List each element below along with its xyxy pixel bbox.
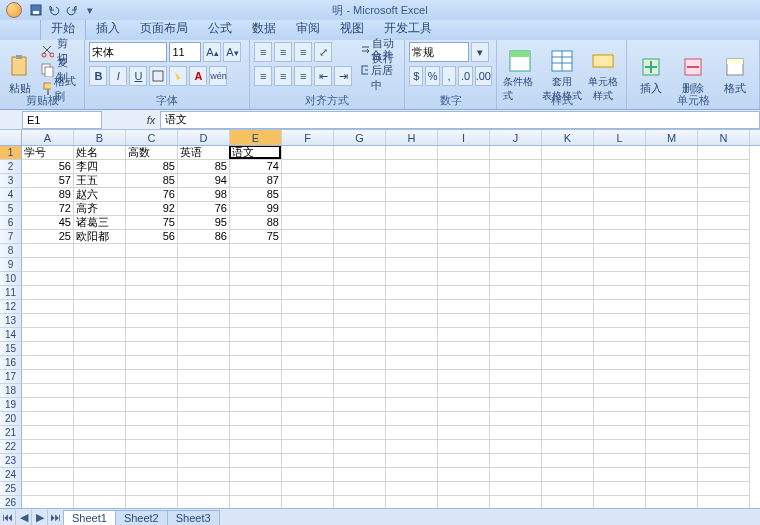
- row-header[interactable]: 16: [0, 356, 22, 370]
- cell[interactable]: [178, 426, 230, 440]
- cell[interactable]: [334, 356, 386, 370]
- cell[interactable]: [334, 230, 386, 244]
- cell[interactable]: [282, 398, 334, 412]
- cell[interactable]: [282, 216, 334, 230]
- cell[interactable]: [542, 454, 594, 468]
- cell[interactable]: [698, 356, 750, 370]
- cell[interactable]: [646, 342, 698, 356]
- cell[interactable]: [646, 174, 698, 188]
- column-header-F[interactable]: F: [282, 130, 334, 145]
- cell[interactable]: [334, 188, 386, 202]
- cell[interactable]: [698, 314, 750, 328]
- cell[interactable]: 95: [178, 216, 230, 230]
- cell[interactable]: [178, 328, 230, 342]
- row-header[interactable]: 11: [0, 286, 22, 300]
- cell[interactable]: [542, 426, 594, 440]
- column-header-B[interactable]: B: [74, 130, 126, 145]
- column-header-K[interactable]: K: [542, 130, 594, 145]
- cell[interactable]: [646, 160, 698, 174]
- fx-icon[interactable]: fx: [142, 114, 160, 126]
- cell[interactable]: [126, 342, 178, 356]
- cell[interactable]: [594, 258, 646, 272]
- phonetic-button[interactable]: wén: [209, 66, 227, 86]
- cell[interactable]: [438, 426, 490, 440]
- formula-input[interactable]: [160, 111, 760, 129]
- cell[interactable]: [22, 370, 74, 384]
- cell[interactable]: 57: [22, 174, 74, 188]
- cell[interactable]: [282, 160, 334, 174]
- cell[interactable]: [126, 384, 178, 398]
- cell[interactable]: [126, 468, 178, 482]
- cell[interactable]: [334, 440, 386, 454]
- cell[interactable]: [542, 202, 594, 216]
- cell[interactable]: [594, 468, 646, 482]
- cell[interactable]: 欧阳都: [74, 230, 126, 244]
- cell[interactable]: [282, 146, 334, 160]
- cell[interactable]: [74, 412, 126, 426]
- cell[interactable]: [334, 468, 386, 482]
- cell[interactable]: [542, 146, 594, 160]
- cell[interactable]: [594, 426, 646, 440]
- cell[interactable]: [282, 300, 334, 314]
- cell[interactable]: 76: [178, 202, 230, 216]
- row-header[interactable]: 21: [0, 426, 22, 440]
- cell[interactable]: [490, 174, 542, 188]
- cell[interactable]: [230, 454, 282, 468]
- cell[interactable]: [438, 468, 490, 482]
- comma-button[interactable]: ,: [442, 66, 456, 86]
- cell[interactable]: [22, 398, 74, 412]
- cell[interactable]: [594, 356, 646, 370]
- cell[interactable]: [334, 160, 386, 174]
- cell[interactable]: [594, 370, 646, 384]
- cell[interactable]: [178, 272, 230, 286]
- cell[interactable]: [594, 398, 646, 412]
- cell[interactable]: [646, 440, 698, 454]
- cell[interactable]: [438, 356, 490, 370]
- cell[interactable]: [438, 244, 490, 258]
- row-header[interactable]: 26: [0, 496, 22, 508]
- qat-more-icon[interactable]: ▾: [82, 2, 98, 18]
- cell[interactable]: [334, 496, 386, 508]
- cell[interactable]: [230, 258, 282, 272]
- cell[interactable]: 56: [22, 160, 74, 174]
- row-header[interactable]: 5: [0, 202, 22, 216]
- cell[interactable]: 75: [230, 230, 282, 244]
- cell[interactable]: [74, 426, 126, 440]
- cell[interactable]: [22, 300, 74, 314]
- column-header-A[interactable]: A: [22, 130, 74, 145]
- cell[interactable]: [698, 286, 750, 300]
- cell[interactable]: [282, 230, 334, 244]
- column-header-M[interactable]: M: [646, 130, 698, 145]
- cell[interactable]: [22, 314, 74, 328]
- row-header[interactable]: 20: [0, 412, 22, 426]
- column-header-L[interactable]: L: [594, 130, 646, 145]
- currency-button[interactable]: $: [409, 66, 423, 86]
- cell[interactable]: [178, 342, 230, 356]
- cell[interactable]: [438, 370, 490, 384]
- sheet-nav-last[interactable]: ⏭: [48, 510, 64, 525]
- cell[interactable]: [594, 384, 646, 398]
- cell[interactable]: [178, 468, 230, 482]
- cell[interactable]: [646, 398, 698, 412]
- cell[interactable]: [22, 272, 74, 286]
- cell[interactable]: [698, 496, 750, 508]
- cell[interactable]: [178, 286, 230, 300]
- cell[interactable]: 姓名: [74, 146, 126, 160]
- align-center-button[interactable]: ≡: [274, 66, 292, 86]
- cell[interactable]: [22, 384, 74, 398]
- cell[interactable]: [490, 244, 542, 258]
- cell[interactable]: [542, 440, 594, 454]
- cell[interactable]: [178, 412, 230, 426]
- cell[interactable]: [386, 286, 438, 300]
- cell[interactable]: 86: [178, 230, 230, 244]
- cell[interactable]: [178, 356, 230, 370]
- cell[interactable]: [698, 300, 750, 314]
- cell[interactable]: [230, 244, 282, 258]
- cell[interactable]: [178, 398, 230, 412]
- merge-center-button[interactable]: 合并后居中: [358, 61, 400, 79]
- cell[interactable]: [230, 286, 282, 300]
- cell[interactable]: 高齐: [74, 202, 126, 216]
- number-format-dropdown[interactable]: ▾: [471, 42, 489, 62]
- cell[interactable]: [698, 258, 750, 272]
- cell[interactable]: [334, 300, 386, 314]
